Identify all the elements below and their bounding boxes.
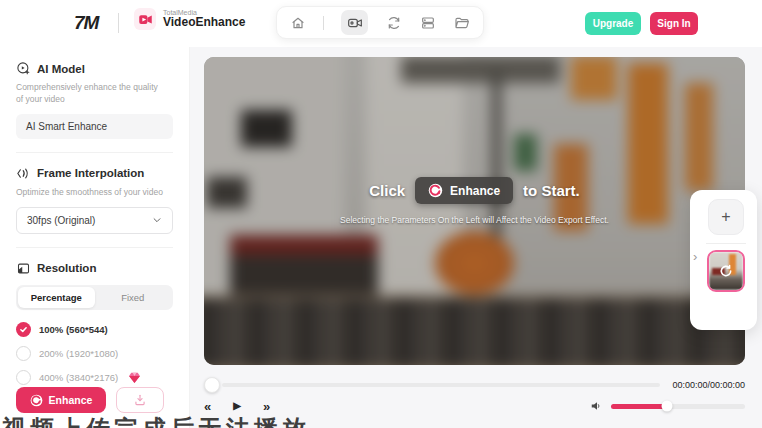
main-nav (276, 6, 484, 39)
add-video-button[interactable]: + (708, 199, 744, 235)
volume-slider[interactable] (611, 404, 745, 409)
resolution-option-200[interactable]: 200% (1920*1080) (16, 346, 173, 361)
frame-interpolation-icon (16, 166, 31, 181)
download-icon (133, 393, 147, 407)
clips-panel: › + (690, 190, 757, 330)
radio-checked-icon (16, 322, 31, 337)
convert-icon[interactable] (385, 14, 402, 31)
video-camera-icon[interactable] (341, 10, 368, 35)
parameters-hint-text: Selecting the Parameters On the Left wil… (204, 215, 745, 225)
enhance-button[interactable]: Enhance (16, 387, 106, 413)
section-divider (16, 247, 173, 248)
resolution-section-title: Resolution (16, 261, 173, 276)
folder-icon[interactable] (453, 14, 470, 31)
fps-dropdown[interactable]: 30fps (Original) (16, 207, 173, 234)
loading-spinner-icon (718, 263, 734, 279)
enhance-overlay-button[interactable]: Enhance (415, 177, 513, 204)
panel-collapse-chevron-icon[interactable]: › (693, 250, 697, 263)
volume-handle[interactable] (662, 401, 673, 412)
download-button[interactable] (116, 387, 164, 413)
video-thumbnail-selected[interactable] (707, 250, 745, 292)
brand-product: VideoEnhance (163, 16, 245, 29)
play-button[interactable]: ▶ (233, 401, 241, 411)
frame-interpolation-section-title: Frame Interpolation (16, 166, 173, 181)
section-divider (16, 152, 173, 153)
ai-model-icon (16, 61, 31, 76)
library-icon[interactable] (419, 14, 436, 31)
totalmedia-7m-logo: 7M (74, 12, 98, 34)
panel-divider (706, 243, 746, 244)
start-prompt: Click Enhance to Start. (204, 177, 745, 204)
enhance-icon (428, 183, 443, 198)
sign-in-button[interactable]: Sign In (650, 12, 698, 35)
seek-handle[interactable] (204, 377, 220, 393)
frame-interpolation-description: Optimize the smoothness of your video (16, 187, 166, 199)
tab-fixed[interactable]: Fixed (95, 287, 172, 308)
enhance-icon (30, 394, 43, 407)
upgrade-button[interactable]: Upgrade (585, 12, 641, 35)
settings-sidebar: AI Model Comprehensively enhance the qua… (0, 47, 190, 428)
video-preview[interactable]: Click Enhance to Start. Selecting the Pa… (204, 57, 745, 365)
resolution-option-100[interactable]: 100% (560*544) (16, 322, 173, 337)
speaker-icon[interactable] (590, 399, 604, 413)
ai-model-select[interactable]: AI Smart Enhance (16, 114, 173, 139)
app-window: 7M TotalMedia VideoEnhance (0, 0, 762, 428)
seek-bar-row: 00:00:00/00:00:00 (204, 377, 745, 393)
chevron-down-icon (152, 215, 162, 225)
background-caption-text: 视频上传完成后无法播放 (2, 413, 310, 428)
header-divider (118, 13, 119, 33)
sidebar-footer: Enhance (16, 387, 164, 413)
seek-track[interactable] (222, 383, 660, 387)
resolution-icon (16, 261, 31, 276)
home-icon[interactable] (289, 14, 306, 31)
nav-divider (323, 16, 324, 30)
forward-button[interactable]: » (263, 400, 270, 413)
header: 7M TotalMedia VideoEnhance (0, 0, 762, 47)
videoenhance-logo-icon (134, 8, 156, 30)
volume-fill (611, 404, 667, 409)
rewind-button[interactable]: « (204, 400, 211, 413)
ai-model-description: Comprehensively enhance the quality of y… (16, 82, 166, 106)
premium-gem-icon (128, 371, 141, 384)
tab-percentage[interactable]: Percentage (18, 287, 95, 308)
resolution-option-400[interactable]: 400% (3840*2176) (16, 370, 173, 385)
click-prefix-text: Click (369, 182, 405, 199)
click-suffix-text: to Start. (523, 182, 580, 199)
time-display: 00:00:00/00:00:00 (672, 380, 745, 390)
ai-model-section-title: AI Model (16, 61, 173, 76)
radio-unchecked-icon (16, 346, 31, 361)
brand: TotalMedia VideoEnhance (134, 8, 245, 30)
resolution-mode-tabs: Percentage Fixed (16, 285, 173, 310)
video-dim-overlay (204, 57, 745, 365)
radio-unchecked-icon (16, 370, 31, 385)
